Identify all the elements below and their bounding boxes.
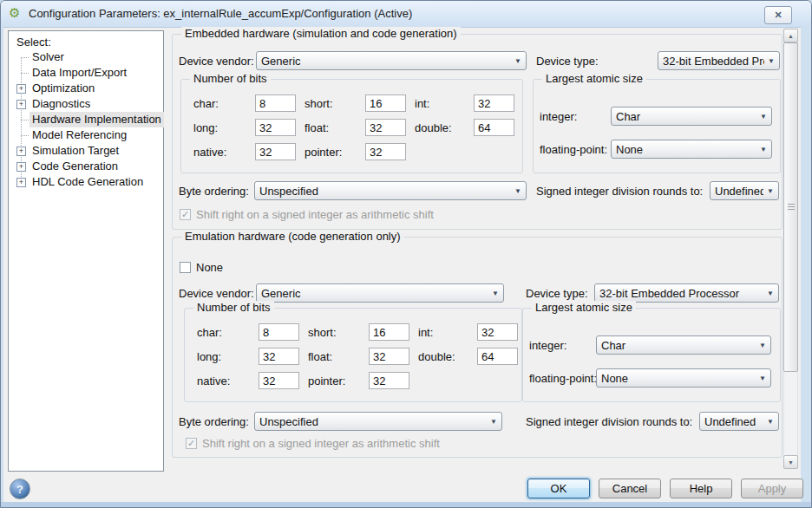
device-vendor-value: Generic [261,55,511,68]
window-frame-bottom [1,502,812,508]
float-bits-input[interactable] [365,119,406,136]
signed-division-value: Undefined [715,185,763,198]
help-sphere-button[interactable]: ? [10,479,30,499]
shift-right-checkbox-emulation: ✓ [186,438,197,449]
close-button[interactable]: ✕ [764,6,792,24]
byte-ordering-label: Byte ordering: [179,185,249,198]
gear-icon: ⚙ [9,5,20,21]
apply-button: Apply [741,479,803,498]
shift-right-label-emulation: Shift right on a signed integer as arith… [202,437,440,450]
device-vendor-label: Device vendor: [179,55,254,68]
shift-right-checkbox: ✓ [180,209,191,220]
sidebar-item-code-generation[interactable]: + Code Generation [9,159,163,174]
select-label: Select: [16,36,51,49]
device-type-label: Device type: [536,55,599,68]
byte-ordering-select-emulation[interactable]: Unspecified ▼ [254,412,502,431]
none-checkbox[interactable] [180,262,191,273]
double-bits-input-emulation[interactable] [477,348,518,365]
help-button[interactable]: Help [670,479,732,498]
device-type-value: 32-bit Embedded Processor [599,287,763,300]
signed-division-select-emulation[interactable]: Undefined ▼ [699,412,779,431]
expand-plus-icon[interactable]: + [16,178,26,187]
chevron-down-icon: ▼ [767,290,774,297]
floating-point-atomic-label: floating-point: [540,143,607,156]
expand-plus-icon[interactable]: + [16,162,26,172]
device-vendor-select[interactable]: Generic ▼ [256,51,527,70]
pointer-bits-input-emulation[interactable] [369,372,409,389]
scrollbar-grip-icon [788,204,795,211]
tree-connector [21,120,29,120]
window-title: Configuration Parameters: ex_internalRul… [29,7,412,20]
sidebar-item-diagnostics[interactable]: + Diagnostics [9,96,163,112]
native-bits-input-emulation[interactable] [259,372,299,389]
double-bits-input[interactable] [474,119,514,136]
pointer-bits-label: pointer: [304,146,357,159]
scrollbar-thumb[interactable] [783,42,798,372]
cancel-button[interactable]: Cancel [599,479,661,498]
double-bits-label: double: [418,350,468,363]
pointer-bits-input[interactable] [365,143,406,160]
sidebar-item-label: Simulation Target [29,143,121,159]
chevron-down-icon: ▼ [767,418,774,426]
expand-plus-icon[interactable]: + [16,147,26,156]
float-bits-input-emulation[interactable] [369,348,409,365]
device-type-select[interactable]: 32-bit Embedded Pro ▼ [658,51,780,70]
floating-point-atomic-select[interactable]: None ▼ [611,140,772,159]
chevron-down-icon: ▼ [759,342,766,349]
native-bits-label: native: [197,374,250,388]
int-bits-input[interactable] [474,94,514,112]
sidebar-item-label: HDL Code Generation [29,174,146,190]
scroll-down-button[interactable]: ▼ [783,455,798,469]
largest-atomic-size-group: Largest atomic size [533,79,781,173]
device-type-value: 32-bit Embedded Pro [663,55,764,68]
chevron-down-icon: ▼ [760,146,767,153]
integer-atomic-select[interactable]: Char ▼ [611,107,772,126]
configuration-parameters-dialog: ⚙ Configuration Parameters: ex_internalR… [0,0,812,508]
sidebar-item-simulation-target[interactable]: + Simulation Target [9,143,163,159]
chevron-down-icon: ▼ [514,57,521,65]
sidebar-item-hardware-implementation[interactable]: Hardware Implementation [9,112,163,127]
short-bits-input-emulation[interactable] [369,323,409,341]
floating-point-atomic-select-emulation[interactable]: None ▼ [596,368,771,388]
sidebar-item-model-referencing[interactable]: Model Referencing [9,127,163,143]
double-bits-label: double: [415,121,465,134]
sidebar-item-optimization[interactable]: + Optimization [9,81,163,96]
sidebar-item-label: Model Referencing [29,127,129,143]
long-bits-label: long: [193,121,246,134]
sidebar-item-label: Diagnostics [29,96,93,112]
char-bits-input-emulation[interactable] [259,323,299,341]
number-of-bits-legend: Number of bits [190,72,271,85]
sidebar-item-solver[interactable]: Solver [9,49,163,65]
chevron-down-icon: ▼ [492,290,499,297]
pointer-bits-label: pointer: [308,374,360,388]
integer-atomic-select-emulation[interactable]: Char ▼ [596,335,771,355]
chevron-down-icon: ▼ [490,418,497,426]
device-vendor-select-emulation[interactable]: Generic ▼ [256,283,504,303]
device-type-select-emulation[interactable]: 32-bit Embedded Processor ▼ [594,283,779,303]
expand-plus-icon[interactable]: + [16,100,26,109]
long-bits-input[interactable] [255,119,296,136]
native-bits-input[interactable] [255,143,296,160]
byte-ordering-value: Unspecified [259,185,511,198]
none-checkrow: None [180,261,223,274]
floating-point-atomic-label: floating-point: [529,372,597,385]
scroll-up-button[interactable]: ▲ [783,29,798,42]
integer-atomic-label: integer: [540,110,577,123]
expand-plus-icon[interactable]: + [16,84,26,94]
floating-point-atomic-value: None [616,143,756,156]
long-bits-label: long: [197,350,250,363]
tree-list: Solver Data Import/Export + Optimization… [9,49,163,190]
largest-atomic-size-group-emulation: Largest atomic size [522,308,781,402]
long-bits-input-emulation[interactable] [259,348,299,365]
signed-division-label: Signed integer division rounds to: [536,185,703,198]
ok-button[interactable]: OK [527,479,590,498]
shift-right-checkrow: ✓ Shift right on a signed integer as ari… [180,208,434,221]
chevron-down-icon: ▼ [514,187,521,195]
int-bits-input-emulation[interactable] [477,323,518,341]
short-bits-input[interactable] [365,94,406,112]
byte-ordering-select[interactable]: Unspecified ▼ [254,181,527,200]
sidebar-item-hdl-code-generation[interactable]: + HDL Code Generation [9,174,163,190]
char-bits-input[interactable] [255,94,296,112]
sidebar-item-data-import-export[interactable]: Data Import/Export [9,65,163,81]
signed-division-select[interactable]: Undefined ▼ [710,181,779,200]
